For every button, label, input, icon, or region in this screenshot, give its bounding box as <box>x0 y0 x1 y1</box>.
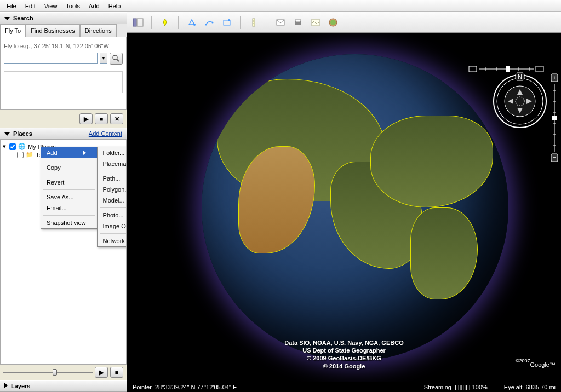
tour-stop-button[interactable]: ■ <box>110 367 123 378</box>
placemark-button[interactable] <box>157 15 173 30</box>
expand-icon <box>4 383 8 388</box>
ctx-snapshot[interactable]: Snapshot view <box>41 217 97 228</box>
checkbox-myplaces[interactable] <box>9 143 16 150</box>
svg-text:N: N <box>518 73 522 80</box>
layers-title: Layers <box>11 383 30 389</box>
svg-rect-43 <box>552 116 557 120</box>
collapse-icon <box>4 17 10 20</box>
search-button[interactable] <box>110 53 123 65</box>
overlay-button[interactable] <box>219 15 234 30</box>
ctx-copy[interactable]: Copy <box>41 162 97 173</box>
menu-help[interactable]: Help <box>104 2 125 10</box>
nav-compass[interactable]: N <box>493 74 547 129</box>
places-tree[interactable]: ▾ 🌐 My Places 📁 Temporary Places Add Cop… <box>0 140 127 365</box>
svg-rect-15 <box>296 19 300 22</box>
tab-flyto[interactable]: Fly To <box>0 24 26 37</box>
statusbar: Pointer 28°33'39.24" N 77°12'05.04" E St… <box>127 382 561 392</box>
svg-text:−: − <box>553 154 556 160</box>
folder-icon: 📁 <box>26 151 33 158</box>
context-menu: Add Copy Revert Save As... Email... Snap… <box>41 147 98 229</box>
sub-netlink[interactable]: Network Link... <box>98 235 127 246</box>
zoom-slider[interactable]: + − <box>550 74 559 162</box>
svg-text:+: + <box>553 74 556 81</box>
sub-model[interactable]: Model...Ctrl+Shift+M <box>98 195 127 206</box>
pointer-label: Pointer <box>133 384 152 390</box>
sunlight-slider[interactable] <box>469 65 546 73</box>
streaming-label: Streaming <box>424 384 451 390</box>
email-button[interactable] <box>273 15 288 30</box>
opacity-slider[interactable] <box>3 368 93 377</box>
history-dropdown[interactable]: ▼ <box>100 53 107 64</box>
svg-rect-26 <box>506 66 510 72</box>
ctx-add[interactable]: Add <box>41 147 97 158</box>
toolbar <box>127 12 561 33</box>
svg-point-8 <box>228 19 230 21</box>
svg-rect-19 <box>469 66 477 72</box>
menu-add[interactable]: Add <box>84 2 104 10</box>
menu-view[interactable]: View <box>40 2 62 10</box>
layers-panel-header[interactable]: Layers <box>0 380 127 392</box>
earth-globe <box>202 54 508 361</box>
svg-line-1 <box>117 59 119 61</box>
globe-viewport[interactable]: N + − Data SIO, NOAA <box>127 33 561 382</box>
play-button[interactable]: ▶ <box>79 113 93 124</box>
sub-placemark[interactable]: Placemark...Ctrl+Shift+P <box>98 158 127 169</box>
checkbox-temp[interactable] <box>17 152 24 158</box>
menu-file[interactable]: File <box>2 2 21 10</box>
sub-folder[interactable]: Folder...Ctrl+Shift+N <box>98 147 127 158</box>
print-button[interactable] <box>290 15 306 30</box>
menubar: File Edit View Tools Add Help <box>0 0 561 12</box>
svg-rect-9 <box>253 19 255 26</box>
svg-rect-2 <box>133 19 136 26</box>
svg-point-18 <box>330 20 336 25</box>
search-panel-header[interactable]: Search <box>0 12 127 24</box>
collapse-icon <box>4 132 10 136</box>
attribution: Data SIO, NOAA, U.S. Navy, NGA, GEBCO US… <box>284 339 403 370</box>
view-in-maps-button[interactable] <box>325 15 341 30</box>
search-icon <box>112 55 120 62</box>
pointer-coords: 28°33'39.24" N 77°12'05.04" E <box>155 384 237 390</box>
add-submenu: Folder...Ctrl+Shift+N Placemark...Ctrl+S… <box>97 147 127 247</box>
sub-photo[interactable]: Photo... <box>98 210 127 221</box>
ctx-saveas[interactable]: Save As... <box>41 192 97 203</box>
globe-icon: 🌐 <box>18 143 26 150</box>
submenu-arrow-icon <box>83 151 86 155</box>
ctx-email[interactable]: Email... <box>41 203 97 214</box>
hide-sidebar-button[interactable] <box>130 15 146 30</box>
stop-button[interactable]: ■ <box>95 113 108 124</box>
google-logo: ©2007Google™ <box>516 356 556 370</box>
polygon-button[interactable] <box>184 15 199 30</box>
save-image-button[interactable] <box>308 15 323 30</box>
menu-tools[interactable]: Tools <box>61 2 84 10</box>
svg-point-6 <box>212 21 214 23</box>
tour-play-button[interactable]: ▶ <box>95 367 108 378</box>
search-input[interactable] <box>4 53 98 64</box>
sub-overlay[interactable]: Image Overlay...Ctrl+Shift+O <box>98 221 127 232</box>
tab-directions[interactable]: Directions <box>80 24 117 37</box>
sidebar: Search Fly To Find Businesses Directions… <box>0 12 127 392</box>
clear-button[interactable]: ✕ <box>110 113 123 124</box>
svg-rect-27 <box>536 66 543 72</box>
svg-point-4 <box>193 24 196 26</box>
tab-businesses[interactable]: Find Businesses <box>26 24 80 37</box>
eye-alt: 6835.70 mi <box>526 384 556 390</box>
places-panel-header[interactable]: Places Add Content <box>0 128 127 140</box>
ruler-button[interactable] <box>246 15 261 30</box>
add-content-link[interactable]: Add Content <box>89 130 122 137</box>
sub-polygon[interactable]: Polygon...Ctrl+Shift+G <box>98 184 127 195</box>
path-button[interactable] <box>202 15 217 30</box>
streaming-progress: |||||||||| 100% <box>455 384 488 390</box>
places-title: Places <box>13 130 32 137</box>
svg-rect-3 <box>137 19 143 26</box>
svg-point-5 <box>205 24 207 25</box>
svg-point-0 <box>113 55 117 60</box>
sub-path[interactable]: Path...Ctrl+Shift+T <box>98 173 127 184</box>
menu-edit[interactable]: Edit <box>21 2 40 10</box>
ctx-revert[interactable]: Revert <box>41 177 97 188</box>
search-title: Search <box>13 15 33 21</box>
eye-label: Eye alt <box>504 384 523 390</box>
search-hint: Fly to e.g., 37 25' 19.1"N, 122 05' 06"W <box>4 43 123 49</box>
